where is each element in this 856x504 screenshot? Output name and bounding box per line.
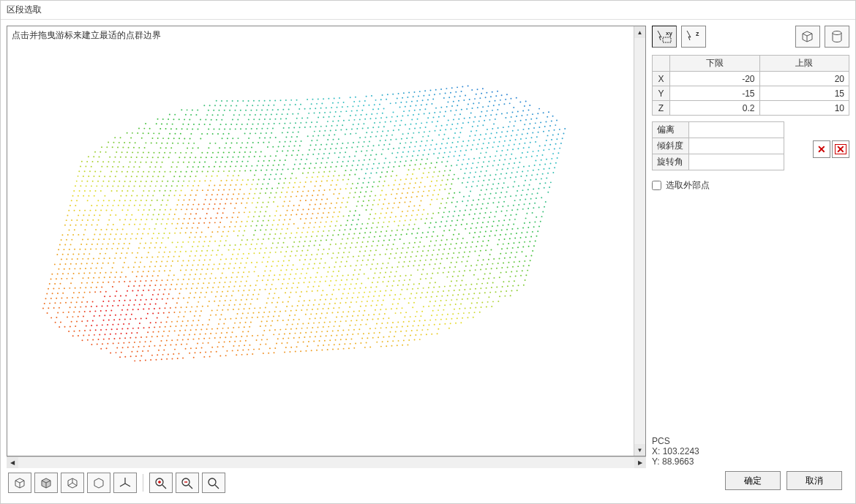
svg-point-291 [353,119,355,121]
svg-point-76 [413,96,414,97]
svg-point-3650 [271,320,273,322]
svg-point-2083 [383,222,385,223]
zoom-fit-button[interactable] [202,473,225,493]
svg-point-272 [247,124,248,125]
svg-point-2867 [215,277,217,279]
svg-point-146 [185,114,187,116]
svg-point-2011 [454,211,455,212]
svg-point-3698 [136,332,138,334]
scroll-right-icon[interactable]: ▶ [634,457,646,468]
view-iso1-button[interactable] [8,473,31,493]
svg-point-2842 [81,282,83,284]
svg-point-1643 [95,210,97,211]
svg-point-2232 [316,236,318,237]
svg-point-2408 [388,239,390,241]
scroll-track[interactable] [18,457,634,468]
x-upper-cell[interactable]: 20 [759,72,849,86]
svg-point-3746 [431,315,432,316]
zoom-out-button[interactable] [176,473,199,493]
select-outer-checkbox[interactable] [652,181,661,190]
svg-point-3958 [174,349,176,350]
svg-point-2441 [103,257,105,259]
svg-point-3717 [244,326,245,328]
svg-point-2776 [146,276,148,277]
z-upper-cell[interactable]: 10 [759,101,849,116]
svg-point-1177 [247,179,249,181]
svg-point-1446 [383,185,384,187]
svg-point-3185 [194,297,195,298]
svg-point-1815 [205,217,206,219]
rotation-cell[interactable] [689,154,784,170]
svg-point-2119 [98,238,100,240]
svg-point-734 [93,156,94,157]
svg-point-2697 [153,271,154,272]
horizontal-scrollbar[interactable]: ◀ ▶ [7,456,646,468]
svg-point-2782 [189,274,191,275]
svg-point-223 [307,117,308,119]
svg-point-217 [269,119,271,120]
svg-point-2427 [511,228,513,230]
svg-point-3252 [133,304,135,306]
svg-point-3198 [285,292,286,293]
svg-point-1554 [531,174,533,176]
svg-point-1246 [160,185,162,187]
cancel-button[interactable]: 取消 [786,471,842,490]
svg-point-2229 [300,236,301,238]
view-iso2-button[interactable] [34,473,58,493]
svg-point-3859 [289,333,290,334]
z-lower-cell[interactable]: 0.2 [670,101,760,116]
vertical-scrollbar[interactable]: ▲ ▼ [634,26,645,456]
viewport-3d[interactable]: 点击并拖曳游标来建立最适的点群边界 [7,26,634,456]
view-iso4-button[interactable] [87,473,110,493]
select-xy-button[interactable]: xy [652,26,677,48]
ok-button[interactable]: 确定 [725,471,781,490]
svg-point-589 [122,147,124,148]
viewport-container: 点击并拖曳游标来建立最适的点群边界 ▲ ▼ [7,26,646,456]
svg-point-2436 [77,258,78,260]
svg-point-3871 [353,329,355,331]
svg-point-1276 [331,180,333,181]
svg-point-2413 [426,236,427,238]
svg-point-2578 [445,244,446,245]
scroll-up-icon[interactable]: ▲ [634,26,645,38]
svg-point-698 [357,146,358,148]
deviation-cell[interactable] [689,122,784,138]
y-upper-cell[interactable]: 15 [759,86,849,101]
svg-point-610 [283,146,285,147]
select-z-button[interactable]: z [681,26,706,48]
view-axes-button[interactable] [113,473,137,493]
shape-box-button[interactable] [795,26,820,48]
svg-point-22 [339,97,340,99]
svg-point-3247 [107,305,108,306]
svg-point-985 [94,170,96,172]
tilt-cell[interactable] [689,138,784,154]
svg-point-3969 [249,345,250,346]
y-lower-cell[interactable]: -15 [670,86,760,101]
svg-point-518 [113,142,114,143]
x-lower-cell[interactable]: -20 [670,72,760,86]
svg-point-2301 [235,244,236,246]
svg-point-279 [284,123,285,124]
svg-point-1649 [138,209,139,211]
svg-point-4062 [219,356,221,357]
scroll-down-icon[interactable]: ▼ [634,444,645,456]
svg-point-3360 [341,298,342,299]
svg-point-3735 [356,320,358,321]
svg-point-2272 [58,249,59,250]
svg-point-1301 [492,165,494,166]
clear-all-button[interactable]: ✕ [832,140,849,158]
svg-point-1012 [244,170,246,171]
zoom-in-button[interactable] [149,473,173,493]
view-iso3-button[interactable] [61,473,84,493]
svg-point-275 [263,123,264,124]
clear-button[interactable]: ✕ [813,140,830,158]
svg-point-1034 [362,164,364,165]
svg-point-3208 [344,288,345,290]
svg-point-1239 [123,185,124,187]
shape-cylinder-button[interactable] [825,26,849,48]
svg-point-1716 [67,214,68,216]
svg-point-3984 [345,339,347,340]
scroll-left-icon[interactable]: ◀ [7,457,18,468]
svg-point-2657 [417,251,418,252]
svg-point-2455 [189,255,191,257]
